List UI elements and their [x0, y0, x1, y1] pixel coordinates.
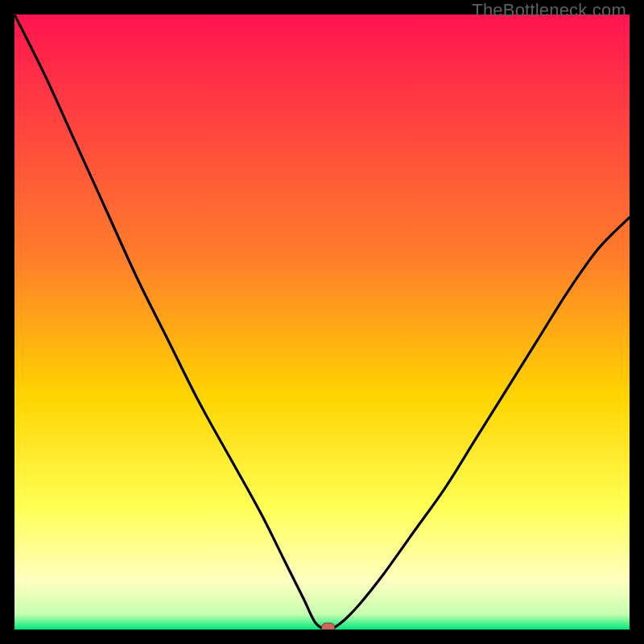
chart-frame: TheBottleneck.com [0, 0, 644, 644]
bottleneck-curve [14, 14, 630, 630]
svg-rect-1 [322, 623, 335, 630]
watermark-text: TheBottleneck.com [472, 0, 626, 21]
plot-area [14, 14, 630, 630]
